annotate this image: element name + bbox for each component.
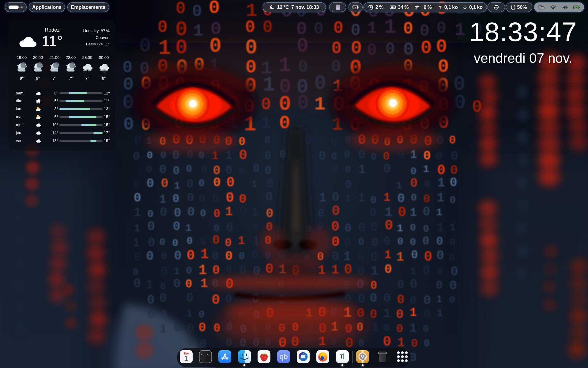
svg-text:0: 0 [147, 208, 153, 220]
svg-text:0: 0 [436, 19, 446, 38]
svg-text:0: 0 [398, 205, 406, 220]
svg-text:0: 0 [318, 149, 326, 164]
svg-text:0: 0 [265, 190, 273, 205]
svg-text:0: 0 [200, 163, 207, 176]
svg-text:0: 0 [423, 323, 429, 335]
svg-text:0: 0 [200, 236, 206, 248]
svg-text:0: 0 [411, 337, 418, 350]
svg-text:0: 0 [160, 264, 168, 279]
svg-text:0: 0 [265, 164, 272, 177]
svg-text:0: 0 [449, 252, 455, 264]
svg-text:0: 0 [133, 276, 141, 291]
svg-text:0: 0 [370, 250, 378, 265]
svg-text:0: 0 [226, 220, 233, 235]
svg-text:0: 0 [174, 249, 182, 263]
svg-text:0: 0 [192, 2, 202, 21]
svg-text:0: 0 [423, 205, 430, 219]
svg-text:0: 0 [383, 235, 390, 248]
svg-text:0: 0 [450, 264, 458, 279]
svg-text:0: 0 [345, 164, 351, 175]
svg-text:0: 0 [358, 148, 366, 162]
svg-text:0: 0 [370, 220, 378, 235]
svg-text:0: 0 [266, 177, 274, 191]
svg-text:0: 0 [185, 278, 192, 291]
svg-text:1: 1 [371, 264, 378, 279]
svg-text:0: 0 [133, 150, 140, 163]
svg-text:1: 1 [225, 149, 232, 162]
svg-text:1: 1 [200, 247, 209, 263]
svg-text:0: 0 [424, 308, 431, 321]
svg-text:1: 1 [261, 114, 271, 132]
svg-text:1: 1 [251, 178, 257, 190]
svg-text:0: 0 [331, 151, 337, 163]
svg-text:0: 0 [383, 162, 391, 176]
svg-text:0: 0 [147, 219, 155, 234]
svg-text:0: 0 [199, 192, 206, 205]
svg-text:0: 0 [174, 206, 181, 220]
svg-text:1: 1 [383, 191, 390, 204]
svg-text:0: 0 [318, 207, 325, 220]
svg-text:0: 0 [213, 175, 221, 190]
svg-text:0: 0 [424, 178, 430, 190]
svg-text:1: 1 [358, 163, 365, 176]
svg-text:1: 1 [437, 176, 445, 190]
svg-text:0: 0 [173, 164, 180, 178]
svg-text:0: 0 [239, 205, 247, 219]
svg-text:0: 0 [424, 249, 432, 265]
svg-text:0: 0 [187, 205, 195, 220]
svg-text:1: 1 [146, 278, 153, 292]
svg-text:1: 1 [383, 306, 391, 321]
svg-text:0: 0 [424, 338, 430, 349]
svg-text:1: 1 [450, 222, 456, 233]
svg-text:0: 0 [146, 249, 154, 264]
svg-text:0: 0 [147, 307, 155, 322]
svg-text:0: 0 [331, 219, 340, 235]
svg-text:0: 0 [450, 194, 456, 206]
svg-text:0: 0 [175, 0, 186, 18]
svg-text:1: 1 [186, 308, 192, 320]
svg-text:0: 0 [332, 190, 339, 205]
svg-text:0: 0 [225, 293, 232, 306]
svg-text:0: 0 [160, 150, 166, 161]
svg-text:qb: qb [279, 353, 288, 361]
svg-text:0: 0 [253, 162, 260, 175]
svg-text:0: 0 [423, 263, 430, 278]
svg-text:0: 0 [187, 178, 194, 191]
svg-text:0: 0 [358, 251, 364, 263]
svg-text:0: 0 [187, 191, 194, 205]
svg-text:0: 0 [212, 192, 220, 206]
svg-text:0: 0 [187, 235, 193, 247]
svg-text:1: 1 [396, 180, 402, 192]
svg-text:0: 0 [385, 218, 393, 234]
svg-text:0: 0 [344, 262, 352, 278]
svg-text:0: 0 [160, 309, 167, 320]
svg-text:0: 0 [186, 291, 194, 305]
svg-text:1: 1 [397, 223, 403, 234]
svg-text:1: 1 [174, 180, 180, 192]
svg-text:0: 0 [226, 175, 235, 191]
svg-text:1: 1 [358, 191, 365, 205]
svg-text:0: 0 [147, 293, 155, 308]
svg-text:1: 1 [251, 206, 258, 219]
svg-text:0: 0 [410, 277, 417, 292]
svg-text:0: 0 [159, 236, 165, 248]
svg-text:1: 1 [252, 234, 260, 248]
svg-text:0: 0 [410, 166, 417, 177]
svg-text:1: 1 [396, 250, 404, 265]
svg-text:1: 1 [436, 293, 442, 305]
svg-text:0: 0 [186, 163, 192, 175]
svg-text:0: 0 [226, 190, 234, 206]
svg-text:1: 1 [185, 222, 191, 234]
svg-text:0: 0 [212, 233, 220, 248]
svg-text:0: 0 [358, 292, 365, 306]
svg-text:1: 1 [160, 323, 167, 336]
svg-text:0: 0 [422, 235, 429, 248]
svg-text:0: 0 [344, 236, 351, 249]
svg-text:0: 0 [225, 249, 233, 264]
svg-text:0: 0 [264, 134, 270, 146]
svg-text:0: 0 [252, 249, 259, 262]
svg-text:1: 1 [410, 206, 417, 219]
svg-text:0: 0 [133, 179, 139, 190]
svg-text:1: 1 [345, 193, 351, 204]
svg-text:0: 0 [266, 206, 273, 221]
